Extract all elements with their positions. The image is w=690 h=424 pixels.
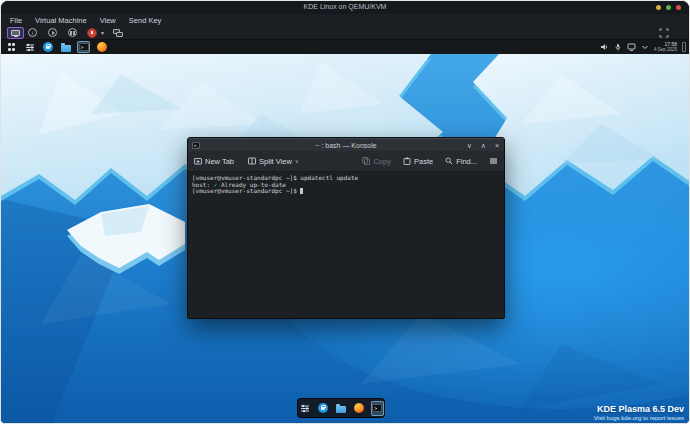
konsole-icon: >: [372, 404, 382, 412]
terminal-cursor: [300, 188, 304, 194]
paste-icon: [403, 157, 411, 165]
find-button[interactable]: Find...: [445, 157, 477, 166]
expand-tray-button[interactable]: [641, 43, 649, 51]
split-view-caret-icon: ∨: [295, 158, 299, 164]
task-firefox[interactable]: [95, 41, 108, 53]
shutdown-button[interactable]: [87, 28, 97, 38]
konsole-maximize-button[interactable]: ∧: [481, 142, 486, 150]
konsole-toolbar-right: Copy Paste Find...: [362, 157, 498, 166]
konsole-window: >_ ~ : bash — Konsole ∨ ∧ × New Tab: [187, 137, 505, 319]
dock-system-settings[interactable]: [298, 401, 311, 416]
displays-button[interactable]: [113, 29, 124, 38]
task-system-settings[interactable]: [23, 41, 36, 53]
split-view-label: Split View: [259, 157, 292, 166]
pause-icon: [70, 31, 75, 35]
plasma-top-panel: >: [1, 40, 689, 54]
plasma-bug-report-label: Visit bugs.kde.org to report issues: [594, 415, 684, 421]
app-launcher-icon: [8, 43, 16, 51]
firefox-icon: [354, 403, 364, 413]
konsole-toolbar: New Tab Split View ∨: [188, 151, 504, 172]
terminal-output[interactable]: [vmuser@vmuser-standardpc ~]$ updatectl …: [188, 172, 504, 198]
host-window-title: KDE Linux on QEMU/KVM: [1, 3, 689, 10]
konsole-minimize-button[interactable]: ∨: [467, 142, 472, 150]
peek-desktop-button[interactable]: [682, 42, 686, 52]
fullscreen-icon: [659, 28, 669, 38]
plasma-branding: KDE Plasma 6.5 Dev Visit bugs.kde.org to…: [594, 404, 684, 421]
volume-tray-button[interactable]: [600, 43, 609, 51]
settings-sliders-icon: [300, 404, 310, 413]
host-titlebar: KDE Linux on QEMU/KVM: [1, 1, 689, 14]
fullscreen-button[interactable]: [659, 28, 669, 38]
copy-label: Copy: [373, 157, 391, 166]
menu-virtual-machine[interactable]: Virtual Machine: [35, 16, 87, 25]
dock-konsole-active[interactable]: >: [371, 401, 384, 416]
panel-task-icons: >: [1, 41, 108, 53]
hamburger-menu-icon: [489, 157, 498, 165]
discover-icon: [43, 42, 53, 52]
display-icon: [627, 43, 636, 51]
settings-sliders-icon: [25, 43, 35, 52]
volume-icon: [600, 43, 609, 51]
menu-view[interactable]: View: [100, 16, 116, 25]
copy-icon: [362, 157, 370, 165]
split-view-icon: [248, 157, 256, 165]
clipboard-tray-button[interactable]: [627, 43, 636, 51]
new-tab-icon: [194, 157, 202, 165]
search-icon: [445, 157, 453, 165]
chevron-down-icon: [641, 43, 649, 51]
desktop-wallpaper: >_ ~ : bash — Konsole ∨ ∧ × New Tab: [1, 54, 690, 424]
floating-dock: >: [297, 398, 385, 418]
menu-send-key[interactable]: Send Key: [129, 16, 162, 25]
vm-details-button[interactable]: i: [28, 28, 37, 37]
monitor-icon: [11, 30, 20, 36]
dock-firefox[interactable]: [352, 401, 365, 416]
info-icon: i: [32, 30, 33, 36]
konsole-window-title: ~ : bash — Konsole: [188, 142, 504, 149]
host-toolbar: i ▾: [1, 27, 689, 40]
power-icon: [91, 31, 93, 34]
plasma-version-label: KDE Plasma 6.5 Dev: [594, 404, 684, 414]
konsole-window-controls: ∨ ∧ ×: [467, 139, 499, 152]
run-button[interactable]: [48, 28, 57, 37]
discover-icon: [318, 403, 328, 413]
menu-file[interactable]: File: [10, 16, 22, 25]
split-view-button[interactable]: Split View ∨: [248, 157, 299, 166]
new-tab-button[interactable]: New Tab: [194, 157, 234, 166]
system-tray: 17:58 4 Sep 2025: [600, 42, 689, 52]
konsole-icon: >: [79, 43, 89, 51]
shutdown-menu-caret[interactable]: ▾: [101, 29, 104, 36]
copy-button[interactable]: Copy: [362, 157, 391, 166]
find-label: Find...: [456, 157, 477, 166]
digital-clock[interactable]: 17:58 4 Sep 2025: [654, 42, 677, 52]
konsole-titlebar[interactable]: >_ ~ : bash — Konsole ∨ ∧ ×: [188, 138, 504, 151]
clock-date: 4 Sep 2025: [654, 47, 677, 52]
virt-manager-window: KDE Linux on QEMU/KVM File Virtual Machi…: [0, 0, 690, 424]
terminal-line-3: [vmuser@vmuser-standardpc ~]$: [192, 188, 500, 195]
folder-icon: [336, 406, 346, 413]
paste-label: Paste: [414, 157, 433, 166]
maximize-button[interactable]: [666, 5, 671, 10]
app-launcher-button[interactable]: [5, 41, 18, 53]
window-controls: [656, 5, 681, 10]
paste-button[interactable]: Paste: [403, 157, 433, 166]
host-menubar: File Virtual Machine View Send Key: [1, 14, 689, 27]
play-icon: [52, 31, 55, 35]
close-button[interactable]: [676, 5, 681, 10]
dock-discover[interactable]: [316, 401, 329, 416]
task-dolphin[interactable]: [59, 41, 72, 53]
konsole-close-button[interactable]: ×: [495, 142, 499, 149]
task-discover[interactable]: [41, 41, 54, 53]
terminal-prompt: [vmuser@vmuser-standardpc ~]$: [192, 187, 297, 194]
show-console-button[interactable]: [7, 27, 24, 39]
hamburger-menu-button[interactable]: [489, 157, 498, 165]
pause-button[interactable]: [68, 28, 77, 37]
task-konsole-active[interactable]: >: [77, 41, 90, 53]
folder-icon: [61, 45, 71, 52]
firefox-icon: [97, 42, 107, 52]
new-tab-label: New Tab: [205, 157, 234, 166]
dock-dolphin[interactable]: [334, 401, 347, 416]
microphone-tray-button[interactable]: [614, 43, 622, 51]
minimize-button[interactable]: [656, 5, 661, 10]
microphone-icon: [614, 43, 622, 51]
